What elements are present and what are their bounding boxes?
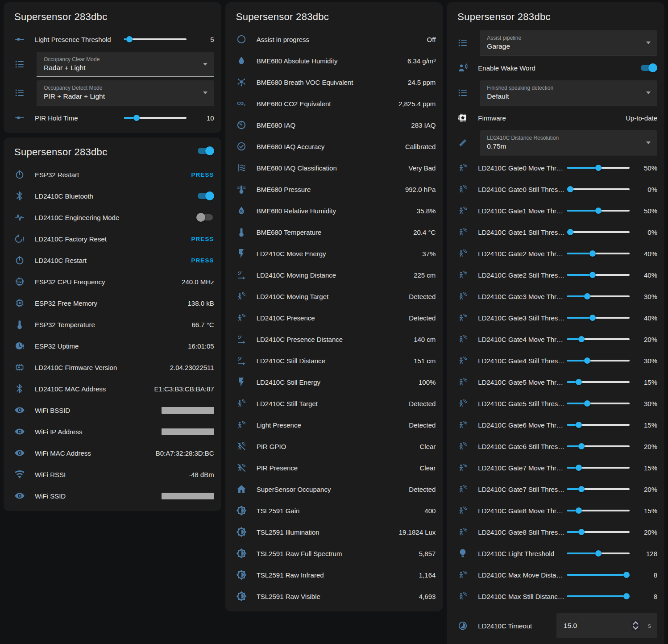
row-ld2410c-timeout[interactable]: LD2410C Timeout15.0s <box>447 607 664 644</box>
slider[interactable] <box>567 292 630 301</box>
row-assist-in-progress[interactable]: Assist in progressOff <box>225 29 443 50</box>
row-bme680-breath-voc-equivalent[interactable]: BME680 Breath VOC Equivalent24.5 ppm <box>225 71 443 93</box>
press-button[interactable]: PRESS <box>191 257 214 264</box>
row-ld2410c-firmware-version[interactable]: LD2410C Firmware Version2.04.23022511 <box>4 357 221 378</box>
row-bme680-relative-humidity[interactable]: BME680 Relative Humidity35.8% <box>225 200 443 221</box>
row-ld2410c-gate7-still-thres[interactable]: LD2410C Gate7 Still Thres…20% <box>447 478 664 500</box>
row-ld2410c-gate1-still-thres[interactable]: LD2410C Gate1 Still Thres…0% <box>447 221 664 243</box>
slider-knob[interactable] <box>623 572 630 578</box>
row-ld2410c-bluetooth[interactable]: LD2410C Bluetooth <box>4 185 221 207</box>
row-ld2410c-gate6-move-thr[interactable]: LD2410C Gate6 Move Thr…15% <box>447 414 664 436</box>
row-ld2410c-gate8-move-thr[interactable]: LD2410C Gate8 Move Thr…15% <box>447 500 664 521</box>
slider[interactable] <box>567 356 630 365</box>
row-ld2410c-moving-distance[interactable]: LD2410C Moving Distance225 cm <box>225 264 443 286</box>
slider[interactable] <box>567 549 630 558</box>
slider[interactable] <box>567 206 630 215</box>
slider[interactable] <box>567 442 630 451</box>
row-ld2410c-gate4-still-thres[interactable]: LD2410C Gate4 Still Thres…30% <box>447 350 664 371</box>
row-wifi-rssi[interactable]: WiFi RSSI-48 dBm <box>4 464 221 485</box>
row-ld2410c-max-still-distanc[interactable]: LD2410C Max Still Distanc…8 <box>447 586 664 607</box>
row-tsl2591-illumination[interactable]: TSL2591 Illumination19.1824 Lux <box>225 521 443 543</box>
row-ld2410c-gate6-still-thres[interactable]: LD2410C Gate6 Still Thres…20% <box>447 436 664 457</box>
row-wifi-ip-address[interactable]: WiFi IP Address <box>4 421 221 442</box>
slider[interactable] <box>567 270 630 279</box>
slider-knob[interactable] <box>595 550 602 557</box>
row-ld2410c-presence-distance[interactable]: LD2410C Presence Distance140 cm <box>225 328 443 350</box>
row-ld2410c-still-distance[interactable]: LD2410C Still Distance151 cm <box>225 350 443 371</box>
slider-knob[interactable] <box>578 336 585 342</box>
row-wifi-ssid[interactable]: WiFi SSID <box>4 485 221 507</box>
row-light-presence-threshold[interactable]: Light Presence Threshold5 <box>4 29 221 50</box>
slider-knob[interactable] <box>567 229 573 235</box>
row-ld2410c-gate0-still-thres[interactable]: LD2410C Gate0 Still Thres…0% <box>447 179 664 200</box>
slider-knob[interactable] <box>576 465 582 471</box>
slider[interactable] <box>567 506 630 515</box>
slider-track[interactable] <box>567 231 630 233</box>
toggle-knob[interactable] <box>205 146 214 155</box>
slider-knob[interactable] <box>576 379 582 385</box>
row-ld2410c-factory-reset[interactable]: LD2410C Factory ResetPRESS <box>4 228 221 249</box>
slider[interactable] <box>567 485 630 494</box>
select-assist-pipeline[interactable]: Assist pipelineGarage <box>480 30 657 55</box>
select-finished-speaking-detection[interactable]: Finished speaking detectionDefault <box>480 80 657 105</box>
slider-knob[interactable] <box>576 507 582 514</box>
row-tsl2591-raw-full-spectrum[interactable]: TSL2591 Raw Full Spectrum5,857 <box>225 543 443 564</box>
slider-knob[interactable] <box>133 115 140 121</box>
slider[interactable] <box>567 228 630 237</box>
slider-knob[interactable] <box>578 529 585 535</box>
row-tsl2591-gain[interactable]: TSL2591 Gain400 <box>225 500 443 521</box>
press-button[interactable]: PRESS <box>191 236 214 242</box>
slider[interactable] <box>567 335 630 344</box>
row-ld2410c-engineering-mode[interactable]: LD2410C Engineering Mode <box>4 207 221 228</box>
slider-knob[interactable] <box>595 208 602 214</box>
row-wifi-mac-address[interactable]: WiFi MAC AddressB0:A7:32:28:3D:BC <box>4 442 221 464</box>
slider-knob[interactable] <box>126 36 133 42</box>
slider[interactable] <box>567 249 630 258</box>
row-esp32-free-memory[interactable]: ESP32 Free Memory138.0 kB <box>4 292 221 314</box>
slider[interactable] <box>567 163 630 172</box>
row-bme680-pressure[interactable]: BME680 Pressure992.0 hPa <box>225 179 443 200</box>
row-ld2410c-move-energy[interactable]: LD2410C Move Energy37% <box>225 243 443 264</box>
row-ld2410c-gate5-still-thres[interactable]: LD2410C Gate5 Still Thres…30% <box>447 393 664 414</box>
stepper[interactable] <box>631 620 640 631</box>
slider-knob[interactable] <box>578 486 585 492</box>
row-ld2410c-moving-target[interactable]: LD2410C Moving TargetDetected <box>225 286 443 307</box>
slider[interactable] <box>567 570 630 579</box>
select-ld2410c-distance-resolution[interactable]: LD2410C Distance Resolution0.75m <box>480 130 657 155</box>
row-ld2410c-gate3-move-thr[interactable]: LD2410C Gate3 Move Thr…30% <box>447 286 664 307</box>
row-ld2410c-gate3-still-thres[interactable]: LD2410C Gate3 Still Thres…40% <box>447 307 664 328</box>
row-supersensor-occupancy[interactable]: SuperSensor OccupancyDetected <box>225 478 443 500</box>
row-bme680-absolute-humidity[interactable]: BME680 Absolute Humidity6.34 g/m³ <box>225 50 443 71</box>
slider-knob[interactable] <box>584 357 590 364</box>
slider-knob[interactable] <box>578 443 585 449</box>
row-firmware[interactable]: FirmwareUp-to-date <box>447 107 664 129</box>
row-ld2410c-still-target[interactable]: LD2410C Still TargetDetected <box>225 393 443 414</box>
row-ld2410c-max-move-dista[interactable]: LD2410C Max Move Dista…8 <box>447 564 664 586</box>
slider-track[interactable] <box>124 38 187 40</box>
slider[interactable] <box>567 463 630 472</box>
row-ld2410c-gate2-move-thr[interactable]: LD2410C Gate2 Move Thr…40% <box>447 243 664 264</box>
row-wifi-bssid[interactable]: WiFi BSSID <box>4 399 221 421</box>
row-tsl2591-raw-visible[interactable]: TSL2591 Raw Visible4,693 <box>225 586 443 607</box>
slider[interactable] <box>567 399 630 408</box>
number-input[interactable]: 15.0s <box>556 613 657 638</box>
row-ld2410c-presence[interactable]: LD2410C PresenceDetected <box>225 307 443 328</box>
toggle[interactable] <box>196 191 214 201</box>
row-enable-wake-word[interactable]: Enable Wake Word <box>447 57 664 79</box>
row-ld2410c-gate4-move-thr[interactable]: LD2410C Gate4 Move Thr…20% <box>447 328 664 350</box>
row-pir-gpio[interactable]: PIR GPIOClear <box>225 436 443 457</box>
slider-track[interactable] <box>567 188 630 190</box>
row-ld2410c-gate8-still-thres[interactable]: LD2410C Gate8 Still Thres…20% <box>447 521 664 543</box>
slider[interactable] <box>567 528 630 536</box>
row-esp32-uptime[interactable]: ESP32 Uptime16:01:05 <box>4 335 221 357</box>
row-bme680-iaq-classification[interactable]: BME680 IAQ ClassificationVery Bad <box>225 157 443 179</box>
row-bme680-iaq-accuracy[interactable]: BME680 IAQ AccuracyCalibrated <box>225 136 443 157</box>
row-ld2410c-gate5-move-thr[interactable]: LD2410C Gate5 Move Thr…15% <box>447 371 664 393</box>
row-bme680-co2-equivalent[interactable]: BME680 CO2 Equivalent2,825.4 ppm <box>225 93 443 114</box>
row-esp32-temperature[interactable]: ESP32 Temperature66.7 °C <box>4 314 221 335</box>
slider-knob[interactable] <box>576 422 582 428</box>
row-pir-hold-time[interactable]: PIR Hold Time10 <box>4 107 221 129</box>
slider-knob[interactable] <box>589 250 596 257</box>
row-ld2410c-gate1-move-thr[interactable]: LD2410C Gate1 Move Thr…50% <box>447 200 664 221</box>
row-bme680-iaq[interactable]: BME680 IAQ283 IAQ <box>225 114 443 136</box>
